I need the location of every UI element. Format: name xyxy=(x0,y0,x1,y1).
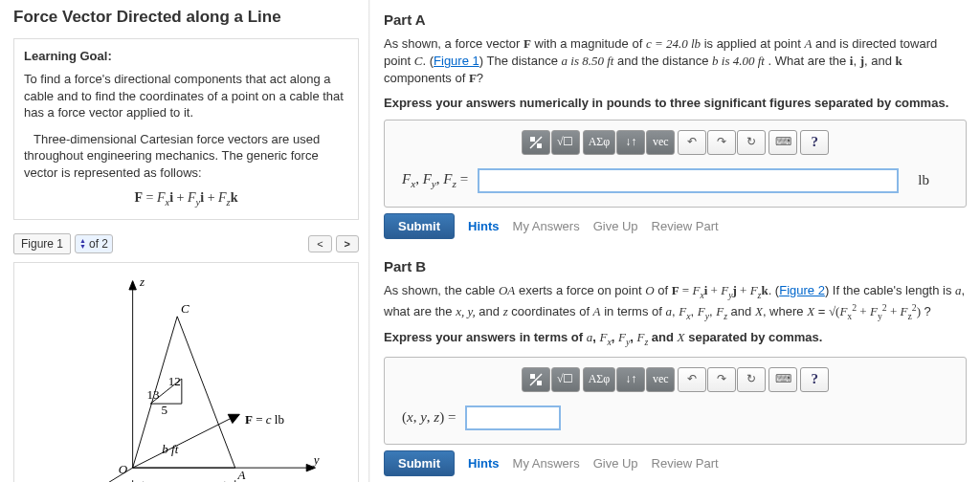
vec-icon[interactable]: vec xyxy=(646,130,675,155)
part-a-unit: lb xyxy=(918,172,948,188)
figure-selector[interactable]: ▲▼ of 2 xyxy=(75,234,113,253)
svg-rect-29 xyxy=(537,143,542,148)
svg-text:A: A xyxy=(237,468,246,482)
redo-icon[interactable]: ↷ xyxy=(707,367,736,392)
svg-line-7 xyxy=(177,317,235,468)
part-a-giveup-link[interactable]: Give Up xyxy=(593,219,638,233)
part-a-submit-button[interactable]: Submit xyxy=(384,213,455,239)
figure-next-button[interactable]: > xyxy=(336,235,359,252)
part-b-text: As shown, the cable OA exerts a force on… xyxy=(384,282,967,323)
part-a-review-link[interactable]: Review Part xyxy=(652,219,719,233)
fraction-icon[interactable] xyxy=(522,367,550,392)
undo-icon[interactable]: ↶ xyxy=(678,367,706,392)
part-b-hints-link[interactable]: Hints xyxy=(468,456,500,471)
figure-stepper-icon: ▲▼ xyxy=(79,238,86,250)
subscript-icon[interactable]: ↓↑ xyxy=(616,367,645,392)
svg-text:12: 12 xyxy=(168,375,181,389)
undo-icon[interactable]: ↶ xyxy=(678,130,706,155)
greek-icon[interactable]: ΑΣφ xyxy=(583,367,616,392)
part-a-text: As shown, a force vector F with a magnit… xyxy=(384,35,967,88)
learning-goal-box: Learning Goal: To find a force's directi… xyxy=(13,38,359,220)
part-a-heading: Part A xyxy=(384,11,967,28)
redo-icon[interactable]: ↷ xyxy=(707,130,736,155)
goal-text-1: To find a force's directional components… xyxy=(24,71,348,121)
part-b-giveup-link[interactable]: Give Up xyxy=(593,456,638,471)
generic-force-equation: F = Fxi + Fyi + Fzk xyxy=(24,190,348,208)
figure-count: of 2 xyxy=(89,237,108,251)
svg-text:b ft: b ft xyxy=(162,442,178,456)
greek-icon[interactable]: ΑΣφ xyxy=(583,130,616,155)
svg-rect-32 xyxy=(537,381,542,385)
sqrt-icon[interactable]: √☐ xyxy=(551,130,580,155)
sqrt-icon[interactable]: √☐ xyxy=(551,367,580,392)
page-title: Force Vector Directed along a Line xyxy=(13,8,359,27)
figure-1-link[interactable]: Figure 1 xyxy=(434,54,479,68)
vec-icon[interactable]: vec xyxy=(646,367,675,392)
figure-prev-button[interactable]: < xyxy=(308,235,331,252)
part-b-instructions: Express your answers in terms of a, Fx, … xyxy=(384,330,967,347)
part-b-myanswers-link[interactable]: My Answers xyxy=(513,456,580,471)
svg-text:O: O xyxy=(119,462,128,476)
svg-text:F = c lb: F = c lb xyxy=(245,412,284,427)
help-icon[interactable]: ? xyxy=(800,130,829,155)
svg-rect-28 xyxy=(530,137,535,142)
part-a-answer-input[interactable] xyxy=(478,168,899,193)
keyboard-icon[interactable]: ⌨ xyxy=(768,367,797,392)
part-a-toolbar: √☐ ΑΣφ ↓↑ vec ↶ ↷ ↻ ⌨ ? xyxy=(385,120,966,163)
fraction-icon[interactable] xyxy=(522,130,550,155)
figure-2-link[interactable]: Figure 2 xyxy=(779,283,825,297)
part-a-submit-row: Submit Hints My Answers Give Up Review P… xyxy=(384,213,967,254)
figure-label: Figure 1 xyxy=(13,233,71,254)
goal-heading: Learning Goal: xyxy=(24,49,348,63)
part-b-answer-box: √☐ ΑΣφ ↓↑ vec ↶ ↷ ↻ ⌨ ? (x, y, z) = xyxy=(384,357,967,445)
part-b-heading: Part B xyxy=(384,258,967,274)
subscript-icon[interactable]: ↓↑ xyxy=(616,130,645,155)
part-b-review-link[interactable]: Review Part xyxy=(652,456,719,471)
svg-text:13: 13 xyxy=(147,387,160,402)
svg-text:C: C xyxy=(181,301,189,316)
part-a-hints-link[interactable]: Hints xyxy=(468,219,500,233)
part-b-answer-label: (x, y, z) = xyxy=(402,409,456,426)
part-b-toolbar: √☐ ΑΣφ ↓↑ vec ↶ ↷ ↻ ⌨ ? xyxy=(385,358,966,400)
part-a-instructions: Express your answers numerically in poun… xyxy=(384,96,967,110)
svg-text:5: 5 xyxy=(161,403,167,417)
figure-diagram: z y x C O A 13 12 5 b ft a ft F = c lb xyxy=(13,262,359,482)
svg-marker-10 xyxy=(228,414,239,423)
part-a-answer-label: Fx, Fy, Fz = xyxy=(402,171,468,189)
reset-icon[interactable]: ↻ xyxy=(737,130,766,155)
part-b-submit-row: Submit Hints My Answers Give Up Review P… xyxy=(384,450,967,480)
part-b-submit-button[interactable]: Submit xyxy=(384,450,455,476)
goal-text-2: Three-dimensional Cartesian force vector… xyxy=(24,131,348,182)
help-icon[interactable]: ? xyxy=(800,367,829,392)
svg-rect-31 xyxy=(530,374,535,379)
svg-marker-1 xyxy=(129,281,136,290)
part-a-answer-box: √☐ ΑΣφ ↓↑ vec ↶ ↷ ↻ ⌨ ? Fx, Fy, Fz = lb xyxy=(384,120,967,208)
reset-icon[interactable]: ↻ xyxy=(737,367,766,392)
svg-text:y: y xyxy=(312,452,320,467)
keyboard-icon[interactable]: ⌨ xyxy=(768,130,797,155)
part-b-answer-input[interactable] xyxy=(465,405,561,430)
svg-line-9 xyxy=(133,416,235,468)
svg-text:z: z xyxy=(139,274,145,289)
part-a-myanswers-link[interactable]: My Answers xyxy=(513,219,580,233)
